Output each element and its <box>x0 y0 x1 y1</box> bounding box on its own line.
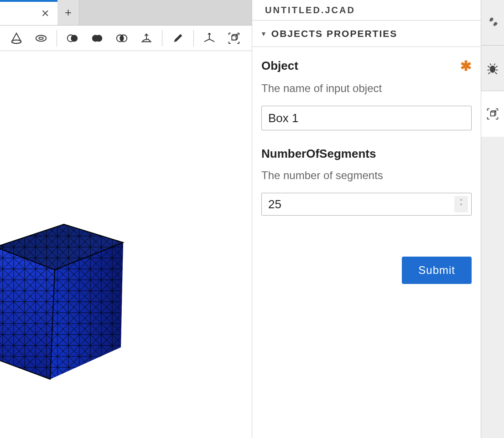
file-title: UNTITLED.JCAD <box>252 0 481 21</box>
toolbar-separator <box>162 30 162 46</box>
pencil-icon[interactable] <box>166 29 190 47</box>
svg-point-0 <box>12 40 21 43</box>
properties-form: Object ✱ The name of input object Number… <box>252 47 481 295</box>
viewport-cube-icon[interactable] <box>481 91 504 137</box>
svg-point-6 <box>95 35 102 41</box>
toolbar-separator <box>193 30 194 46</box>
svg-point-1 <box>36 35 47 41</box>
cone-icon[interactable] <box>5 29 28 47</box>
toolbar <box>0 26 252 51</box>
mesh-cube <box>0 220 132 393</box>
extrude-icon[interactable] <box>135 29 158 47</box>
svg-point-2 <box>39 37 43 39</box>
object-label: Object <box>261 59 298 73</box>
bug-icon[interactable] <box>481 46 504 91</box>
boolean-b-icon[interactable] <box>85 29 109 47</box>
boolean-c-icon[interactable] <box>110 29 134 47</box>
segments-label: NumberOfSegments <box>261 147 472 161</box>
close-icon[interactable]: ✕ <box>41 8 49 20</box>
viewport-3d[interactable] <box>0 51 252 438</box>
main-panel: ✕ + <box>0 0 252 438</box>
submit-button[interactable]: Submit <box>402 257 472 284</box>
chevron-down-icon: ▼ <box>260 30 267 37</box>
object-name-input[interactable] <box>261 106 472 130</box>
settings-icon[interactable] <box>481 0 504 46</box>
segments-input[interactable] <box>261 193 472 216</box>
axis-icon[interactable] <box>197 29 221 47</box>
svg-point-4 <box>71 35 78 41</box>
chevron-down-icon[interactable]: ˅ <box>460 204 462 209</box>
svg-point-15 <box>490 65 495 72</box>
tab-active[interactable]: ✕ <box>0 0 57 25</box>
torus-icon[interactable] <box>29 29 53 47</box>
section-header[interactable]: ▼ OBJECTS PROPERTIES <box>252 21 481 47</box>
boolean-a-icon[interactable] <box>61 29 84 47</box>
new-tab-button[interactable]: + <box>57 0 79 25</box>
required-icon: ✱ <box>460 58 472 74</box>
properties-panel: UNTITLED.JCAD ▼ OBJECTS PROPERTIES Objec… <box>252 0 481 438</box>
section-title: OBJECTS PROPERTIES <box>271 28 397 39</box>
tab-bar: ✕ + <box>0 0 252 26</box>
cube-frame-icon[interactable] <box>222 29 246 47</box>
segments-desc: The number of segments <box>261 169 472 182</box>
right-sidebar <box>481 0 504 438</box>
number-spinner[interactable]: ˄ ˅ <box>454 196 468 212</box>
object-desc: The name of input object <box>261 82 472 95</box>
toolbar-separator <box>57 30 57 46</box>
